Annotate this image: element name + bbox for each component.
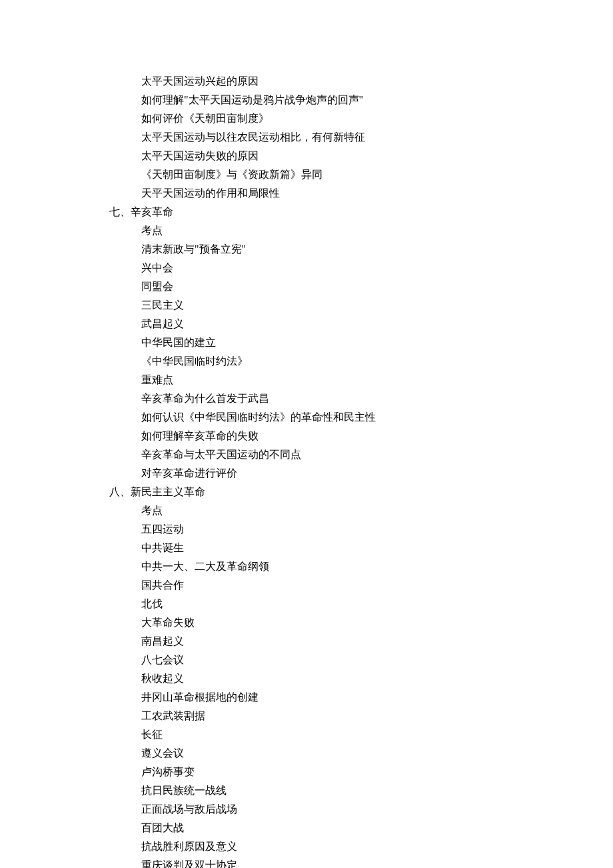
list-item: 清末新政与"预备立宪"	[109, 240, 613, 259]
list-item: 井冈山革命根据地的创建	[109, 688, 613, 707]
list-item: 考点	[109, 501, 613, 520]
list-item: 中华民国的建立	[109, 333, 613, 352]
list-item: 卢沟桥事变	[109, 763, 613, 781]
list-item: 长征	[109, 725, 613, 744]
list-item: 兴中会	[109, 259, 613, 277]
list-item: 《中华民国临时约法》	[109, 352, 613, 371]
list-item: 太平天国运动与以往农民运动相比，有何新特征	[109, 128, 613, 147]
list-item: 武昌起义	[109, 315, 613, 333]
document-page: 太平天国运动兴起的原因 如何理解"太平天国运动是鸦片战争炮声的回声" 如何评价《…	[0, 0, 613, 868]
list-item: 遵义会议	[109, 744, 613, 763]
list-item: 如何认识《中华民国临时约法》的革命性和民主性	[109, 408, 613, 427]
list-item: 《天朝田亩制度》与《资政新篇》异同	[109, 165, 613, 184]
list-item: 辛亥革命为什么首发于武昌	[109, 389, 613, 408]
list-item: 大革命失败	[109, 613, 613, 632]
list-item: 北伐	[109, 595, 613, 613]
list-item: 如何评价《天朝田亩制度》	[109, 109, 613, 128]
list-item: 太平天国运动失败的原因	[109, 147, 613, 165]
list-item: 抗战胜利原因及意义	[109, 837, 613, 856]
list-item: 考点	[109, 221, 613, 240]
list-item: 工农武装割据	[109, 707, 613, 725]
list-item: 中共一大、二大及革命纲领	[109, 557, 613, 576]
list-item: 辛亥革命与太平天国运动的不同点	[109, 445, 613, 464]
list-item: 南昌起义	[109, 632, 613, 651]
list-item: 中共诞生	[109, 539, 613, 557]
list-item: 抗日民族统一战线	[109, 781, 613, 800]
list-item: 如何理解"太平天国运动是鸦片战争炮声的回声"	[109, 91, 613, 109]
list-item: 三民主义	[109, 296, 613, 315]
list-item: 五四运动	[109, 520, 613, 539]
list-item: 正面战场与敌后战场	[109, 800, 613, 819]
list-item: 国共合作	[109, 576, 613, 595]
list-item: 如何理解辛亥革命的失败	[109, 427, 613, 445]
list-item: 太平天国运动兴起的原因	[109, 72, 613, 91]
list-item: 同盟会	[109, 277, 613, 296]
list-item: 秋收起义	[109, 669, 613, 688]
list-item: 重难点	[109, 371, 613, 389]
list-item: 百团大战	[109, 819, 613, 837]
list-item: 天平天国运动的作用和局限性	[109, 184, 613, 203]
section-title-7: 七、辛亥革命	[109, 203, 613, 221]
list-item: 对辛亥革命进行评价	[109, 464, 613, 483]
list-item: 重庆谈判及双十协定	[109, 856, 613, 868]
list-item: 八七会议	[109, 651, 613, 669]
section-title-8: 八、新民主主义革命	[109, 483, 613, 501]
